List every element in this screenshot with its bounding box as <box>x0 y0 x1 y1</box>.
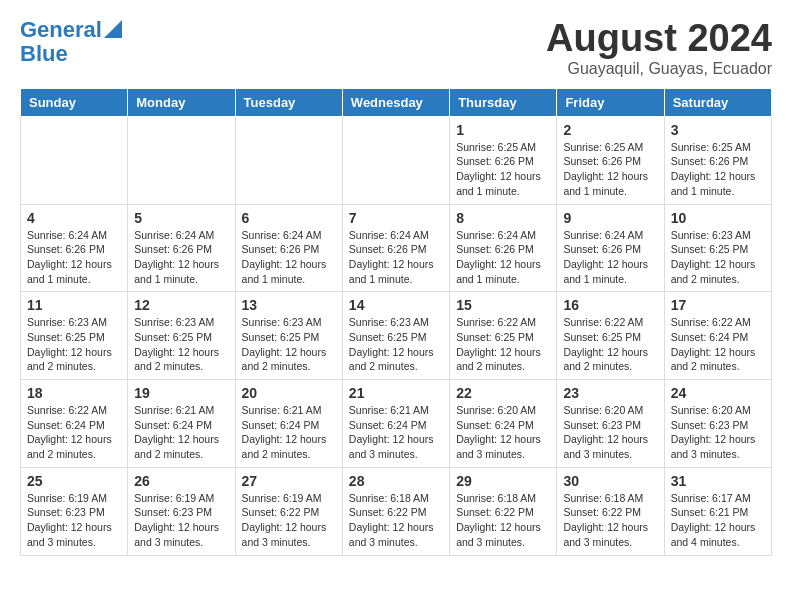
calendar-cell: 14Sunrise: 6:23 AM Sunset: 6:25 PM Dayli… <box>342 292 449 380</box>
day-number: 24 <box>671 385 765 401</box>
day-number: 20 <box>242 385 336 401</box>
calendar-week-row: 4Sunrise: 6:24 AM Sunset: 6:26 PM Daylig… <box>21 204 772 292</box>
calendar-cell: 15Sunrise: 6:22 AM Sunset: 6:25 PM Dayli… <box>450 292 557 380</box>
day-info: Sunrise: 6:17 AM Sunset: 6:21 PM Dayligh… <box>671 491 765 550</box>
day-info: Sunrise: 6:22 AM Sunset: 6:25 PM Dayligh… <box>456 315 550 374</box>
day-info: Sunrise: 6:24 AM Sunset: 6:26 PM Dayligh… <box>242 228 336 287</box>
month-year: August 2024 <box>546 18 772 60</box>
calendar-cell: 3Sunrise: 6:25 AM Sunset: 6:26 PM Daylig… <box>664 116 771 204</box>
day-number: 9 <box>563 210 657 226</box>
calendar-cell <box>128 116 235 204</box>
header: General Blue August 2024 Guayaquil, Guay… <box>0 0 792 88</box>
location: Guayaquil, Guayas, Ecuador <box>546 60 772 78</box>
day-info: Sunrise: 6:21 AM Sunset: 6:24 PM Dayligh… <box>134 403 228 462</box>
day-info: Sunrise: 6:20 AM Sunset: 6:24 PM Dayligh… <box>456 403 550 462</box>
calendar-week-row: 18Sunrise: 6:22 AM Sunset: 6:24 PM Dayli… <box>21 380 772 468</box>
calendar-cell: 4Sunrise: 6:24 AM Sunset: 6:26 PM Daylig… <box>21 204 128 292</box>
day-info: Sunrise: 6:19 AM Sunset: 6:22 PM Dayligh… <box>242 491 336 550</box>
day-of-week-header: Sunday <box>21 88 128 116</box>
calendar-cell: 26Sunrise: 6:19 AM Sunset: 6:23 PM Dayli… <box>128 467 235 555</box>
day-info: Sunrise: 6:23 AM Sunset: 6:25 PM Dayligh… <box>134 315 228 374</box>
day-number: 1 <box>456 122 550 138</box>
day-info: Sunrise: 6:23 AM Sunset: 6:25 PM Dayligh… <box>349 315 443 374</box>
calendar-cell: 9Sunrise: 6:24 AM Sunset: 6:26 PM Daylig… <box>557 204 664 292</box>
calendar-header: SundayMondayTuesdayWednesdayThursdayFrid… <box>21 88 772 116</box>
day-number: 2 <box>563 122 657 138</box>
calendar-cell: 21Sunrise: 6:21 AM Sunset: 6:24 PM Dayli… <box>342 380 449 468</box>
logo-icon <box>104 20 122 38</box>
logo-general: General <box>20 17 102 42</box>
calendar-table: SundayMondayTuesdayWednesdayThursdayFrid… <box>20 88 772 556</box>
day-info: Sunrise: 6:24 AM Sunset: 6:26 PM Dayligh… <box>27 228 121 287</box>
svg-marker-0 <box>104 20 122 38</box>
day-number: 12 <box>134 297 228 313</box>
calendar-cell: 2Sunrise: 6:25 AM Sunset: 6:26 PM Daylig… <box>557 116 664 204</box>
day-number: 23 <box>563 385 657 401</box>
calendar-cell: 6Sunrise: 6:24 AM Sunset: 6:26 PM Daylig… <box>235 204 342 292</box>
day-info: Sunrise: 6:18 AM Sunset: 6:22 PM Dayligh… <box>349 491 443 550</box>
logo-blue: Blue <box>20 41 68 66</box>
calendar-cell: 25Sunrise: 6:19 AM Sunset: 6:23 PM Dayli… <box>21 467 128 555</box>
day-number: 10 <box>671 210 765 226</box>
calendar-cell <box>342 116 449 204</box>
calendar-cell: 8Sunrise: 6:24 AM Sunset: 6:26 PM Daylig… <box>450 204 557 292</box>
calendar-cell: 23Sunrise: 6:20 AM Sunset: 6:23 PM Dayli… <box>557 380 664 468</box>
day-number: 11 <box>27 297 121 313</box>
day-info: Sunrise: 6:25 AM Sunset: 6:26 PM Dayligh… <box>563 140 657 199</box>
header-row: SundayMondayTuesdayWednesdayThursdayFrid… <box>21 88 772 116</box>
calendar-cell: 29Sunrise: 6:18 AM Sunset: 6:22 PM Dayli… <box>450 467 557 555</box>
day-of-week-header: Wednesday <box>342 88 449 116</box>
day-info: Sunrise: 6:25 AM Sunset: 6:26 PM Dayligh… <box>456 140 550 199</box>
calendar-cell: 18Sunrise: 6:22 AM Sunset: 6:24 PM Dayli… <box>21 380 128 468</box>
day-of-week-header: Monday <box>128 88 235 116</box>
day-number: 13 <box>242 297 336 313</box>
calendar-cell: 27Sunrise: 6:19 AM Sunset: 6:22 PM Dayli… <box>235 467 342 555</box>
calendar-week-row: 1Sunrise: 6:25 AM Sunset: 6:26 PM Daylig… <box>21 116 772 204</box>
calendar-cell: 11Sunrise: 6:23 AM Sunset: 6:25 PM Dayli… <box>21 292 128 380</box>
day-info: Sunrise: 6:23 AM Sunset: 6:25 PM Dayligh… <box>27 315 121 374</box>
day-number: 31 <box>671 473 765 489</box>
day-of-week-header: Tuesday <box>235 88 342 116</box>
day-number: 17 <box>671 297 765 313</box>
calendar-cell: 12Sunrise: 6:23 AM Sunset: 6:25 PM Dayli… <box>128 292 235 380</box>
calendar-cell: 20Sunrise: 6:21 AM Sunset: 6:24 PM Dayli… <box>235 380 342 468</box>
calendar-cell: 28Sunrise: 6:18 AM Sunset: 6:22 PM Dayli… <box>342 467 449 555</box>
day-info: Sunrise: 6:22 AM Sunset: 6:25 PM Dayligh… <box>563 315 657 374</box>
day-number: 16 <box>563 297 657 313</box>
calendar-cell: 1Sunrise: 6:25 AM Sunset: 6:26 PM Daylig… <box>450 116 557 204</box>
calendar-cell: 30Sunrise: 6:18 AM Sunset: 6:22 PM Dayli… <box>557 467 664 555</box>
day-number: 27 <box>242 473 336 489</box>
day-number: 26 <box>134 473 228 489</box>
calendar-cell <box>235 116 342 204</box>
day-info: Sunrise: 6:24 AM Sunset: 6:26 PM Dayligh… <box>134 228 228 287</box>
day-info: Sunrise: 6:19 AM Sunset: 6:23 PM Dayligh… <box>134 491 228 550</box>
day-info: Sunrise: 6:25 AM Sunset: 6:26 PM Dayligh… <box>671 140 765 199</box>
day-info: Sunrise: 6:18 AM Sunset: 6:22 PM Dayligh… <box>456 491 550 550</box>
day-info: Sunrise: 6:22 AM Sunset: 6:24 PM Dayligh… <box>671 315 765 374</box>
day-number: 5 <box>134 210 228 226</box>
calendar-body: 1Sunrise: 6:25 AM Sunset: 6:26 PM Daylig… <box>21 116 772 555</box>
calendar-week-row: 11Sunrise: 6:23 AM Sunset: 6:25 PM Dayli… <box>21 292 772 380</box>
calendar-cell: 31Sunrise: 6:17 AM Sunset: 6:21 PM Dayli… <box>664 467 771 555</box>
day-of-week-header: Thursday <box>450 88 557 116</box>
day-number: 14 <box>349 297 443 313</box>
day-of-week-header: Saturday <box>664 88 771 116</box>
day-number: 21 <box>349 385 443 401</box>
day-number: 19 <box>134 385 228 401</box>
calendar-week-row: 25Sunrise: 6:19 AM Sunset: 6:23 PM Dayli… <box>21 467 772 555</box>
day-info: Sunrise: 6:24 AM Sunset: 6:26 PM Dayligh… <box>349 228 443 287</box>
calendar-cell: 5Sunrise: 6:24 AM Sunset: 6:26 PM Daylig… <box>128 204 235 292</box>
day-number: 15 <box>456 297 550 313</box>
day-info: Sunrise: 6:20 AM Sunset: 6:23 PM Dayligh… <box>671 403 765 462</box>
calendar-cell: 10Sunrise: 6:23 AM Sunset: 6:25 PM Dayli… <box>664 204 771 292</box>
day-info: Sunrise: 6:21 AM Sunset: 6:24 PM Dayligh… <box>349 403 443 462</box>
title-block: August 2024 Guayaquil, Guayas, Ecuador <box>546 18 772 78</box>
day-info: Sunrise: 6:20 AM Sunset: 6:23 PM Dayligh… <box>563 403 657 462</box>
day-number: 8 <box>456 210 550 226</box>
day-info: Sunrise: 6:24 AM Sunset: 6:26 PM Dayligh… <box>563 228 657 287</box>
logo-text: General <box>20 18 102 42</box>
day-number: 7 <box>349 210 443 226</box>
calendar-cell: 19Sunrise: 6:21 AM Sunset: 6:24 PM Dayli… <box>128 380 235 468</box>
day-number: 28 <box>349 473 443 489</box>
calendar-cell: 24Sunrise: 6:20 AM Sunset: 6:23 PM Dayli… <box>664 380 771 468</box>
